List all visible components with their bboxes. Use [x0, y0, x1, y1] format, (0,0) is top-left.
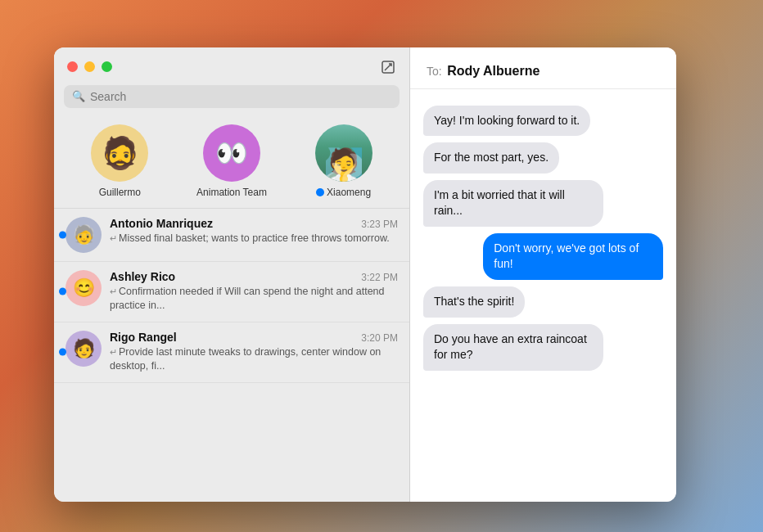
avatar-animation-team: 👀 [203, 124, 260, 182]
reply-icon-antonio: ↵ [110, 233, 117, 243]
bubble-3: I'm a bit worried that it will rain... [423, 180, 603, 227]
maximize-button[interactable] [102, 61, 112, 72]
online-dot-xiaomeng [316, 188, 324, 196]
msg-name-ashley: Ashley Rico [110, 270, 175, 283]
bubble-row-4: Don't worry, we've got lots of fun! [423, 233, 663, 280]
bubble-4: Don't worry, we've got lots of fun! [483, 233, 663, 280]
unread-indicator-ashley [59, 288, 66, 295]
msg-time-rigo: 3:20 PM [361, 332, 398, 344]
msg-preview-ashley: ↵Confirmation needed if Will can spend t… [110, 285, 398, 313]
unread-dot-antonio [59, 231, 66, 238]
compose-button[interactable] [380, 59, 396, 75]
avatar-guillermo: 🧔 [91, 124, 148, 182]
message-list: 🧓 Antonio Manriquez 3:23 PM ↵Missed fina… [54, 209, 409, 502]
msg-name-rigo: Rigo Rangel [110, 331, 177, 344]
traffic-lights [67, 61, 112, 72]
reply-icon-ashley: ↵ [110, 286, 117, 296]
msg-header-rigo: Rigo Rangel 3:20 PM [110, 331, 398, 344]
chat-to-label: To: [427, 65, 442, 78]
search-input[interactable] [90, 90, 391, 103]
avatar-xiaomeng: 🧖 [315, 124, 372, 182]
minimize-button[interactable] [84, 61, 95, 72]
avatar-wrap-xiaomeng: 🧖 [315, 124, 372, 182]
chat-messages: Yay! I'm looking forward to it. For the … [410, 89, 676, 502]
pinned-contact-animation-team[interactable]: 👀 Animation Team [196, 124, 267, 198]
search-icon: 🔍 [72, 90, 85, 102]
contact-name-guillermo: Guillermo [99, 187, 141, 198]
bubble-row-3: I'm a bit worried that it will rain... [423, 180, 663, 227]
right-panel: To: Rody Albuerne Yay! I'm looking forwa… [410, 47, 676, 502]
unread-dot-ashley [59, 288, 66, 295]
bubble-5: That's the spirit! [423, 286, 525, 318]
bubble-row-1: Yay! I'm looking forward to it. [423, 106, 663, 137]
contact-name-wrap-xiaomeng: Xiaomeng [316, 187, 371, 198]
avatar-antonio: 🧓 [65, 217, 102, 253]
msg-content-rigo: Rigo Rangel 3:20 PM ↵Provide last minute… [110, 331, 398, 374]
chat-header: To: Rody Albuerne [410, 47, 676, 89]
msg-time-antonio: 3:23 PM [361, 219, 398, 230]
bubble-row-2: For the most part, yes. [423, 142, 663, 174]
close-button[interactable] [67, 61, 78, 72]
unread-indicator-rigo [59, 349, 66, 356]
bubble-2: For the most part, yes. [423, 142, 559, 174]
msg-content-ashley: Ashley Rico 3:22 PM ↵Confirmation needed… [110, 270, 398, 313]
msg-preview-rigo: ↵Provide last minute tweaks to drawings,… [110, 345, 398, 374]
title-bar [54, 47, 409, 82]
pinned-contacts: 🧔 Guillermo 👀 Animation Team 🧖 [54, 118, 409, 209]
msg-time-ashley: 3:22 PM [361, 272, 398, 283]
bubble-1: Yay! I'm looking forward to it. [423, 106, 590, 137]
search-bar[interactable]: 🔍 [64, 85, 400, 108]
unread-indicator-antonio [59, 231, 66, 238]
pinned-contact-guillermo[interactable]: 🧔 Guillermo [91, 124, 148, 198]
msg-content-antonio: Antonio Manriquez 3:23 PM ↵Missed final … [110, 217, 398, 246]
reply-icon-rigo: ↵ [110, 347, 117, 357]
avatar-rigo: 🧑 [65, 331, 102, 367]
msg-name-antonio: Antonio Manriquez [110, 217, 213, 230]
contact-name-xiaomeng: Xiaomeng [327, 187, 371, 198]
bubble-row-5: That's the spirit! [423, 286, 663, 318]
msg-header-antonio: Antonio Manriquez 3:23 PM [110, 217, 398, 230]
message-item-antonio[interactable]: 🧓 Antonio Manriquez 3:23 PM ↵Missed fina… [54, 209, 409, 262]
unread-dot-rigo [59, 349, 66, 356]
app-window: 🔍 🧔 Guillermo 👀 Animation Team [54, 47, 676, 502]
svg-line-1 [385, 64, 391, 70]
msg-header-ashley: Ashley Rico 3:22 PM [110, 270, 398, 283]
avatar-ashley: 😊 [65, 270, 102, 306]
msg-preview-antonio: ↵Missed final basket; wants to practice … [110, 232, 398, 246]
pinned-contact-xiaomeng[interactable]: 🧖 Xiaomeng [315, 124, 372, 198]
chat-to-name: Rody Albuerne [447, 64, 540, 78]
message-item-ashley[interactable]: 😊 Ashley Rico 3:22 PM ↵Confirmation need… [54, 262, 409, 322]
bubble-6: Do you have an extra raincoat for me? [423, 324, 603, 371]
message-item-rigo[interactable]: 🧑 Rigo Rangel 3:20 PM ↵Provide last minu… [54, 322, 409, 383]
left-panel: 🔍 🧔 Guillermo 👀 Animation Team [54, 47, 410, 502]
contact-name-animation-team: Animation Team [196, 187, 267, 198]
bubble-row-6: Do you have an extra raincoat for me? [423, 324, 663, 371]
